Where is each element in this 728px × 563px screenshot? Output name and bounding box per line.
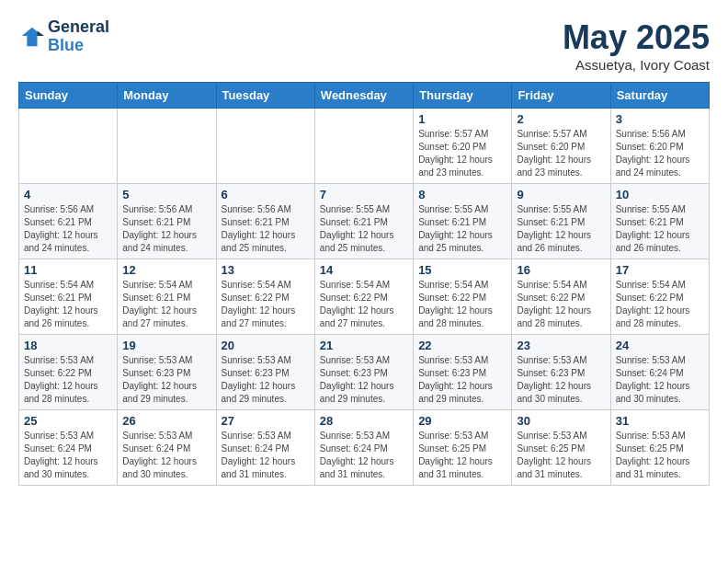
- day-number: 11: [24, 263, 112, 277]
- day-info: Sunrise: 5:53 AM Sunset: 6:23 PM Dayligh…: [222, 354, 310, 406]
- calendar-cell: 14Sunrise: 5:54 AM Sunset: 6:22 PM Dayli…: [314, 259, 413, 335]
- day-info: Sunrise: 5:54 AM Sunset: 6:22 PM Dayligh…: [320, 279, 408, 330]
- day-number: 5: [122, 188, 210, 201]
- day-number: 3: [616, 112, 704, 126]
- calendar-cell: [19, 109, 118, 184]
- day-info: Sunrise: 5:53 AM Sunset: 6:24 PM Dayligh…: [24, 430, 112, 481]
- day-info: Sunrise: 5:56 AM Sunset: 6:21 PM Dayligh…: [122, 203, 210, 255]
- day-info: Sunrise: 5:54 AM Sunset: 6:22 PM Dayligh…: [517, 279, 605, 330]
- calendar-week-5: 25Sunrise: 5:53 AM Sunset: 6:24 PM Dayli…: [19, 410, 710, 486]
- day-info: Sunrise: 5:56 AM Sunset: 6:20 PM Dayligh…: [616, 128, 704, 179]
- day-info: Sunrise: 5:55 AM Sunset: 6:21 PM Dayligh…: [320, 203, 408, 255]
- calendar-cell: 21Sunrise: 5:53 AM Sunset: 6:23 PM Dayli…: [314, 335, 413, 410]
- calendar-cell: 16Sunrise: 5:54 AM Sunset: 6:22 PM Dayli…: [512, 259, 610, 335]
- day-number: 30: [517, 414, 605, 428]
- month-title: May 2025: [563, 18, 710, 57]
- day-info: Sunrise: 5:54 AM Sunset: 6:22 PM Dayligh…: [418, 279, 506, 330]
- calendar-header-row: SundayMondayTuesdayWednesdayThursdayFrid…: [19, 83, 710, 109]
- day-info: Sunrise: 5:53 AM Sunset: 6:23 PM Dayligh…: [517, 354, 605, 406]
- calendar-cell: 17Sunrise: 5:54 AM Sunset: 6:22 PM Dayli…: [610, 259, 709, 335]
- day-info: Sunrise: 5:54 AM Sunset: 6:21 PM Dayligh…: [122, 279, 210, 330]
- calendar-cell: 24Sunrise: 5:53 AM Sunset: 6:24 PM Dayli…: [610, 335, 709, 410]
- calendar-cell: [118, 109, 216, 184]
- day-number: 13: [222, 263, 310, 277]
- calendar-cell: 6Sunrise: 5:56 AM Sunset: 6:21 PM Daylig…: [216, 184, 314, 259]
- day-info: Sunrise: 5:53 AM Sunset: 6:25 PM Dayligh…: [418, 430, 506, 481]
- calendar-week-2: 4Sunrise: 5:56 AM Sunset: 6:21 PM Daylig…: [19, 184, 710, 259]
- day-number: 27: [222, 414, 310, 428]
- weekday-header-monday: Monday: [118, 83, 216, 109]
- day-info: Sunrise: 5:57 AM Sunset: 6:20 PM Dayligh…: [418, 128, 506, 179]
- day-number: 26: [122, 414, 210, 428]
- calendar-cell: 29Sunrise: 5:53 AM Sunset: 6:25 PM Dayli…: [414, 410, 512, 486]
- day-number: 16: [517, 263, 605, 277]
- calendar-week-1: 1Sunrise: 5:57 AM Sunset: 6:20 PM Daylig…: [19, 109, 710, 184]
- calendar-cell: 27Sunrise: 5:53 AM Sunset: 6:24 PM Dayli…: [216, 410, 314, 486]
- day-number: 23: [517, 339, 605, 352]
- logo: General Blue: [18, 18, 109, 55]
- day-info: Sunrise: 5:54 AM Sunset: 6:22 PM Dayligh…: [616, 279, 704, 330]
- day-number: 12: [122, 263, 210, 277]
- day-number: 14: [320, 263, 408, 277]
- weekday-header-wednesday: Wednesday: [314, 83, 413, 109]
- day-info: Sunrise: 5:53 AM Sunset: 6:23 PM Dayligh…: [320, 354, 408, 406]
- calendar-cell: 28Sunrise: 5:53 AM Sunset: 6:24 PM Dayli…: [314, 410, 413, 486]
- day-info: Sunrise: 5:53 AM Sunset: 6:24 PM Dayligh…: [122, 430, 210, 481]
- day-number: 22: [418, 339, 506, 352]
- day-number: 10: [616, 188, 704, 201]
- calendar-cell: 31Sunrise: 5:53 AM Sunset: 6:25 PM Dayli…: [610, 410, 709, 486]
- calendar-cell: 30Sunrise: 5:53 AM Sunset: 6:25 PM Dayli…: [512, 410, 610, 486]
- calendar-cell: 9Sunrise: 5:55 AM Sunset: 6:21 PM Daylig…: [512, 184, 610, 259]
- calendar-cell: 15Sunrise: 5:54 AM Sunset: 6:22 PM Dayli…: [414, 259, 512, 335]
- day-info: Sunrise: 5:54 AM Sunset: 6:22 PM Dayligh…: [222, 279, 310, 330]
- calendar-cell: 10Sunrise: 5:55 AM Sunset: 6:21 PM Dayli…: [610, 184, 709, 259]
- calendar-cell: 7Sunrise: 5:55 AM Sunset: 6:21 PM Daylig…: [314, 184, 413, 259]
- calendar-week-4: 18Sunrise: 5:53 AM Sunset: 6:22 PM Dayli…: [19, 335, 710, 410]
- calendar-cell: 4Sunrise: 5:56 AM Sunset: 6:21 PM Daylig…: [19, 184, 118, 259]
- day-number: 15: [418, 263, 506, 277]
- calendar-cell: 23Sunrise: 5:53 AM Sunset: 6:23 PM Dayli…: [512, 335, 610, 410]
- calendar-cell: 11Sunrise: 5:54 AM Sunset: 6:21 PM Dayli…: [19, 259, 118, 335]
- day-number: 18: [24, 339, 112, 352]
- day-number: 6: [222, 188, 310, 201]
- day-number: 19: [122, 339, 210, 352]
- calendar-cell: [216, 109, 314, 184]
- calendar-cell: 19Sunrise: 5:53 AM Sunset: 6:23 PM Dayli…: [118, 335, 216, 410]
- day-number: 29: [418, 414, 506, 428]
- logo-text: General Blue: [48, 18, 109, 55]
- day-info: Sunrise: 5:56 AM Sunset: 6:21 PM Dayligh…: [222, 203, 310, 255]
- weekday-header-sunday: Sunday: [19, 83, 118, 109]
- calendar-cell: 1Sunrise: 5:57 AM Sunset: 6:20 PM Daylig…: [414, 109, 512, 184]
- calendar-cell: 22Sunrise: 5:53 AM Sunset: 6:23 PM Dayli…: [414, 335, 512, 410]
- day-number: 8: [418, 188, 506, 201]
- day-number: 25: [24, 414, 112, 428]
- weekday-header-friday: Friday: [512, 83, 610, 109]
- day-number: 24: [616, 339, 704, 352]
- day-info: Sunrise: 5:57 AM Sunset: 6:20 PM Dayligh…: [517, 128, 605, 179]
- weekday-header-thursday: Thursday: [414, 83, 512, 109]
- calendar-cell: 26Sunrise: 5:53 AM Sunset: 6:24 PM Dayli…: [118, 410, 216, 486]
- day-info: Sunrise: 5:55 AM Sunset: 6:21 PM Dayligh…: [616, 203, 704, 255]
- calendar-cell: 25Sunrise: 5:53 AM Sunset: 6:24 PM Dayli…: [19, 410, 118, 486]
- calendar-cell: 18Sunrise: 5:53 AM Sunset: 6:22 PM Dayli…: [19, 335, 118, 410]
- weekday-header-tuesday: Tuesday: [216, 83, 314, 109]
- calendar-cell: 3Sunrise: 5:56 AM Sunset: 6:20 PM Daylig…: [610, 109, 709, 184]
- svg-marker-0: [22, 28, 42, 47]
- day-number: 4: [24, 188, 112, 201]
- calendar-cell: [314, 109, 413, 184]
- day-number: 21: [320, 339, 408, 352]
- day-info: Sunrise: 5:53 AM Sunset: 6:23 PM Dayligh…: [418, 354, 506, 406]
- day-info: Sunrise: 5:53 AM Sunset: 6:24 PM Dayligh…: [320, 430, 408, 481]
- title-block: May 2025 Assuetya, Ivory Coast: [563, 18, 710, 73]
- day-info: Sunrise: 5:53 AM Sunset: 6:24 PM Dayligh…: [222, 430, 310, 481]
- calendar-cell: 20Sunrise: 5:53 AM Sunset: 6:23 PM Dayli…: [216, 335, 314, 410]
- day-number: 20: [222, 339, 310, 352]
- location: Assuetya, Ivory Coast: [563, 57, 710, 73]
- calendar-cell: 5Sunrise: 5:56 AM Sunset: 6:21 PM Daylig…: [118, 184, 216, 259]
- day-info: Sunrise: 5:55 AM Sunset: 6:21 PM Dayligh…: [418, 203, 506, 255]
- day-number: 17: [616, 263, 704, 277]
- day-number: 2: [517, 112, 605, 126]
- day-number: 28: [320, 414, 408, 428]
- calendar-week-3: 11Sunrise: 5:54 AM Sunset: 6:21 PM Dayli…: [19, 259, 710, 335]
- day-number: 7: [320, 188, 408, 201]
